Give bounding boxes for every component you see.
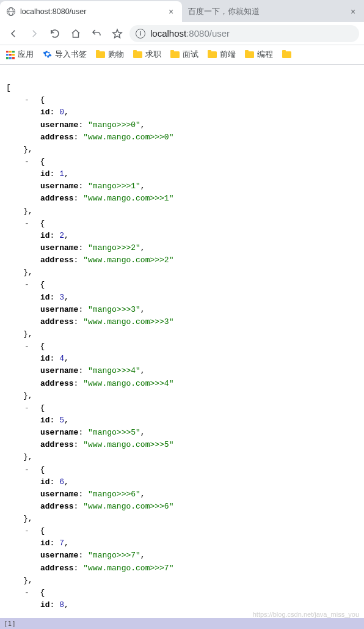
collapse-toggle-icon[interactable]: -	[23, 279, 31, 291]
bookmark-folder[interactable]	[282, 51, 291, 58]
folder-icon	[96, 51, 105, 58]
json-array-item[interactable]: - {id: 6,username: "mango>>>6",address: …	[6, 464, 358, 526]
collapse-toggle-icon[interactable]: -	[23, 156, 31, 168]
json-array-item[interactable]: - {id: 5,username: "mango>>>5",address: …	[6, 402, 358, 464]
gear-icon	[43, 50, 52, 61]
tab-title: localhost:8080/user	[20, 7, 162, 16]
collapse-toggle-icon[interactable]: -	[23, 94, 31, 106]
bookmark-folder[interactable]: 编程	[245, 50, 273, 60]
bookmarks-bar: 应用 导入书签 购物 求职 面试 前端 编程	[0, 45, 364, 65]
address-bar[interactable]: i localhost:8080/user	[129, 25, 359, 42]
home-button[interactable]	[67, 25, 84, 42]
bookmark-folder[interactable]: 面试	[170, 50, 198, 60]
bookmark-folder[interactable]: 求职	[133, 50, 161, 60]
reload-button[interactable]	[46, 25, 64, 42]
tab-strip: localhost:8080/user × 百度一下，你就知道 ×	[0, 0, 364, 22]
apps-grid-icon	[6, 51, 15, 59]
json-object-body: id: 4,username: "mango>>>4",address: "ww…	[23, 353, 358, 389]
close-icon[interactable]: ×	[166, 7, 176, 16]
bookmark-folder[interactable]: 前端	[208, 50, 236, 60]
import-bookmarks[interactable]: 导入书签	[43, 50, 87, 61]
folder-icon	[170, 51, 180, 58]
bookmark-label: 面试	[183, 50, 198, 60]
json-array-item[interactable]: - {id: 1,username: "mango>>>1",address: …	[6, 156, 358, 218]
json-array-item[interactable]: - {id: 0,username: "mango>>>0",address: …	[6, 94, 358, 156]
folder-icon	[133, 51, 142, 58]
watermark: https://blog.csdn.net/java_miss_you	[253, 611, 359, 618]
json-array-item[interactable]: - {id: 2,username: "mango>>>2",address: …	[6, 218, 358, 279]
folder-icon	[282, 51, 291, 58]
json-array-item[interactable]: - {id: 7,username: "mango>>>7",address: …	[6, 525, 358, 587]
selection-text: [1]	[4, 620, 16, 628]
json-array-item[interactable]: - {id: 4,username: "mango>>>4",address: …	[6, 340, 358, 402]
tab-title: 百度一下，你就知道	[188, 7, 344, 17]
bookmark-label: 导入书签	[55, 50, 87, 60]
json-array-item[interactable]: - {id: 8,	[6, 587, 358, 611]
json-object-body: id: 2,username: "mango>>>2",address: "ww…	[23, 230, 358, 267]
json-object-body: id: 6,username: "mango>>>6",address: "ww…	[23, 476, 358, 513]
collapse-toggle-icon[interactable]: -	[23, 218, 31, 230]
bookmark-label: 编程	[257, 50, 273, 60]
collapse-toggle-icon[interactable]: -	[23, 340, 31, 353]
json-object-body: id: 8,	[23, 599, 358, 611]
bookmark-label: 应用	[18, 50, 34, 60]
url-text: localhost:8080/user	[150, 28, 230, 39]
array-open: [	[6, 83, 11, 92]
apps-shortcut[interactable]: 应用	[6, 50, 34, 60]
tab-active[interactable]: localhost:8080/user ×	[0, 1, 182, 22]
tab-inactive[interactable]: 百度一下，你就知道 ×	[182, 1, 364, 22]
json-object-body: id: 0,username: "mango>>>0",address: "ww…	[23, 106, 358, 143]
site-info-icon[interactable]: i	[136, 29, 145, 39]
bookmark-label: 前端	[220, 50, 236, 60]
selection-indicator: [1]	[0, 618, 364, 629]
collapse-toggle-icon[interactable]: -	[23, 525, 31, 537]
forward-button[interactable]	[26, 25, 43, 42]
json-object-body: id: 5,username: "mango>>>5",address: "ww…	[23, 414, 358, 451]
folder-icon	[245, 51, 254, 58]
json-object-body: id: 1,username: "mango>>>1",address: "ww…	[23, 168, 358, 205]
json-object-body: id: 3,username: "mango>>>3",address: "ww…	[23, 292, 358, 328]
collapse-toggle-icon[interactable]: -	[23, 587, 31, 599]
bookmark-label: 购物	[108, 50, 124, 60]
collapse-toggle-icon[interactable]: -	[23, 464, 31, 476]
close-icon[interactable]: ×	[348, 7, 358, 16]
json-object-body: id: 7,username: "mango>>>7",address: "ww…	[23, 537, 358, 574]
bookmark-label: 求职	[145, 50, 161, 60]
folder-icon	[208, 51, 217, 58]
back-button[interactable]	[5, 25, 22, 42]
globe-icon	[6, 7, 16, 17]
undo-button[interactable]	[88, 25, 105, 42]
bookmark-star-button[interactable]	[109, 25, 126, 42]
json-viewer: [ - {id: 0,username: "mango>>>0",address…	[0, 65, 364, 623]
collapse-toggle-icon[interactable]: -	[23, 402, 31, 414]
bookmark-folder[interactable]: 购物	[96, 50, 124, 60]
json-array-item[interactable]: - {id: 3,username: "mango>>>3",address: …	[6, 279, 358, 340]
browser-toolbar: i localhost:8080/user	[0, 22, 364, 45]
